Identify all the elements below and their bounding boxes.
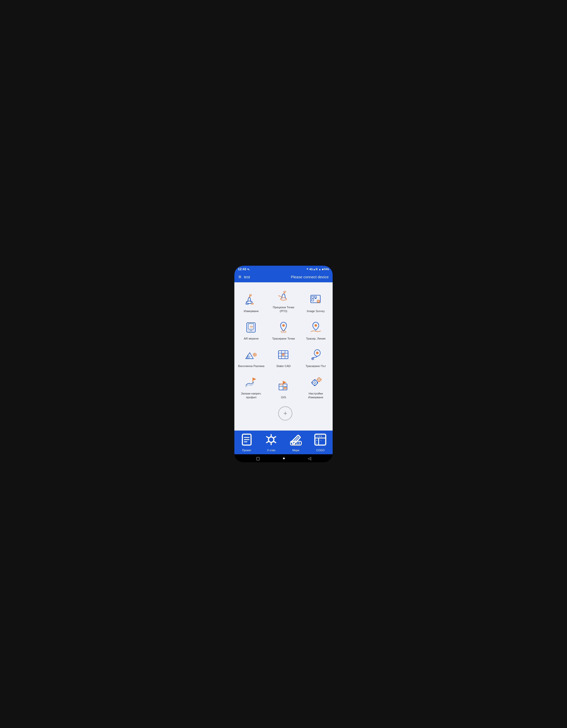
svg-point-65 bbox=[269, 437, 274, 442]
trasirane-pat-label: Трасиране Път bbox=[306, 364, 326, 368]
trasirane-pat-icon bbox=[307, 347, 324, 363]
svg-rect-5 bbox=[284, 291, 286, 292]
svg-point-49 bbox=[312, 380, 317, 385]
grid-item-ar[interactable]: AR AR мерене bbox=[236, 316, 267, 343]
stake-cad-label: Stake CAD bbox=[277, 364, 291, 368]
svg-text:4 5: 4 5 bbox=[316, 439, 319, 442]
trasirane-liniya-label: Трасир. Линия bbox=[306, 337, 325, 341]
svg-text:GIS: GIS bbox=[284, 387, 286, 389]
battery-icon: ▲ ■74% bbox=[318, 268, 329, 271]
signal-icon: 4G▲R bbox=[309, 268, 318, 271]
zapazi-label: Запази напреч. профил bbox=[237, 392, 266, 399]
menu-grid: Измерване Прецизни Точки (РГО) bbox=[236, 285, 331, 402]
back-button[interactable]: ◁ bbox=[308, 456, 311, 461]
grid-item-izmervane[interactable]: Измерване bbox=[236, 285, 267, 316]
project-icon bbox=[239, 433, 254, 448]
grid-item-precizni[interactable]: Прецизни Точки (РГО) bbox=[268, 285, 299, 316]
measure-icon bbox=[288, 433, 303, 448]
add-button[interactable]: + bbox=[278, 406, 292, 420]
visochinna-icon bbox=[243, 347, 260, 363]
svg-rect-53 bbox=[311, 382, 312, 383]
menu-button[interactable]: ≡ bbox=[239, 274, 242, 280]
status-time: 12:43 ч. bbox=[238, 267, 250, 271]
svg-point-1 bbox=[246, 303, 249, 304]
svg-text:AR: AR bbox=[250, 325, 253, 328]
phone-frame: 12:43 ч. ✦ 4G▲R ▲ ■74% ≡ test Please con… bbox=[234, 266, 333, 462]
svg-rect-52 bbox=[314, 385, 315, 386]
device-label: У-ство bbox=[267, 449, 276, 452]
device-icon bbox=[264, 433, 279, 448]
svg-rect-8 bbox=[312, 299, 314, 301]
project-label: Проект bbox=[242, 449, 251, 452]
svg-point-19 bbox=[282, 324, 285, 327]
svg-text:÷: ÷ bbox=[320, 439, 322, 442]
status-bar: 12:43 ч. ✦ 4G▲R ▲ ■74% bbox=[234, 266, 333, 272]
grid-item-image-survey[interactable]: Image Survey bbox=[300, 285, 331, 316]
nav-measure[interactable]: Мери bbox=[284, 433, 308, 452]
app-header: ≡ test Please connect device bbox=[234, 272, 333, 282]
svg-point-13 bbox=[318, 301, 319, 301]
svg-rect-51 bbox=[314, 379, 315, 380]
android-nav: ▢ ● ◁ bbox=[234, 454, 333, 462]
svg-rect-57 bbox=[318, 377, 320, 378]
grid-item-trasirane-tochki[interactable]: Трасиране Точки bbox=[268, 316, 299, 343]
svg-marker-46 bbox=[283, 381, 286, 384]
svg-text:7 8 9: 7 8 9 bbox=[316, 435, 322, 438]
cogo-label: COGO bbox=[316, 449, 324, 452]
svg-marker-40 bbox=[253, 378, 256, 381]
status-icons: ✦ 4G▲R ▲ ■74% bbox=[306, 267, 329, 271]
svg-point-55 bbox=[317, 378, 321, 381]
grid-item-trasirane-pat[interactable]: Трасиране Път bbox=[300, 344, 331, 371]
nav-cogo[interactable]: 7 8 9 ÷ 4 5 1 2 COGO bbox=[308, 433, 333, 452]
stake-cad-icon: CAD bbox=[275, 347, 292, 363]
nav-device[interactable]: У-ство bbox=[259, 433, 284, 452]
svg-point-45 bbox=[280, 384, 283, 385]
ar-label: AR мерене bbox=[244, 337, 259, 341]
grid-item-nastroyki[interactable]: Настройки Измерване bbox=[300, 371, 331, 402]
precizni-label: Прецизни Точки (РГО) bbox=[269, 306, 298, 313]
gis-label: GIS bbox=[281, 396, 286, 399]
bluetooth-icon: ✦ bbox=[306, 267, 308, 271]
image-survey-label: Image Survey bbox=[307, 309, 325, 313]
svg-rect-60 bbox=[321, 379, 321, 380]
izmervane-label: Измерване bbox=[244, 309, 259, 313]
gis-icon: GIS bbox=[275, 378, 292, 394]
trasirane-tochki-label: Трасиране Точки bbox=[272, 337, 295, 341]
trasirane-tochki-icon bbox=[275, 319, 292, 335]
connect-message: Please connect device bbox=[291, 275, 328, 279]
bottom-nav: Проект У-ство bbox=[234, 431, 333, 454]
svg-text:CAD: CAD bbox=[283, 354, 286, 356]
svg-rect-58 bbox=[318, 381, 320, 382]
measure-label: Мери bbox=[292, 449, 299, 452]
nav-project[interactable]: Проект bbox=[234, 433, 259, 452]
svg-rect-54 bbox=[317, 382, 318, 383]
main-content: Измерване Прецизни Точки (РГО) bbox=[234, 282, 333, 431]
grid-item-gis[interactable]: GIS GIS bbox=[268, 371, 299, 402]
grid-item-zapazi[interactable]: Запази напреч. профил bbox=[236, 371, 267, 402]
cogo-icon: 7 8 9 ÷ 4 5 1 2 bbox=[313, 433, 328, 448]
trasirane-liniya-icon bbox=[307, 319, 324, 335]
add-icon: + bbox=[283, 409, 287, 417]
precizni-icon bbox=[275, 288, 292, 304]
image-survey-icon bbox=[307, 292, 324, 308]
home-button[interactable]: ● bbox=[283, 456, 285, 461]
svg-point-2 bbox=[251, 303, 254, 304]
grid-item-visochinna[interactable]: Височинна Разлика bbox=[236, 344, 267, 371]
svg-point-50 bbox=[314, 382, 316, 384]
app-name: test bbox=[244, 275, 250, 279]
svg-rect-59 bbox=[317, 379, 317, 380]
svg-text:1 2: 1 2 bbox=[316, 442, 319, 444]
nastroyki-label: Настройки Измерване bbox=[301, 392, 330, 399]
svg-point-36 bbox=[316, 352, 318, 354]
svg-point-4 bbox=[281, 298, 286, 300]
square-button[interactable]: ▢ bbox=[256, 456, 260, 461]
izmervane-icon bbox=[243, 292, 260, 308]
add-button-row: + bbox=[236, 402, 331, 423]
svg-rect-7 bbox=[312, 296, 314, 298]
ar-icon: AR bbox=[243, 319, 260, 335]
visochinna-label: Височинна Разлика bbox=[238, 364, 265, 368]
grid-item-trasirane-liniya[interactable]: Трасир. Линия bbox=[300, 316, 331, 343]
nastroyki-icon bbox=[307, 374, 324, 390]
grid-item-stake-cad[interactable]: CAD Stake CAD bbox=[268, 344, 299, 371]
svg-point-56 bbox=[318, 379, 320, 380]
